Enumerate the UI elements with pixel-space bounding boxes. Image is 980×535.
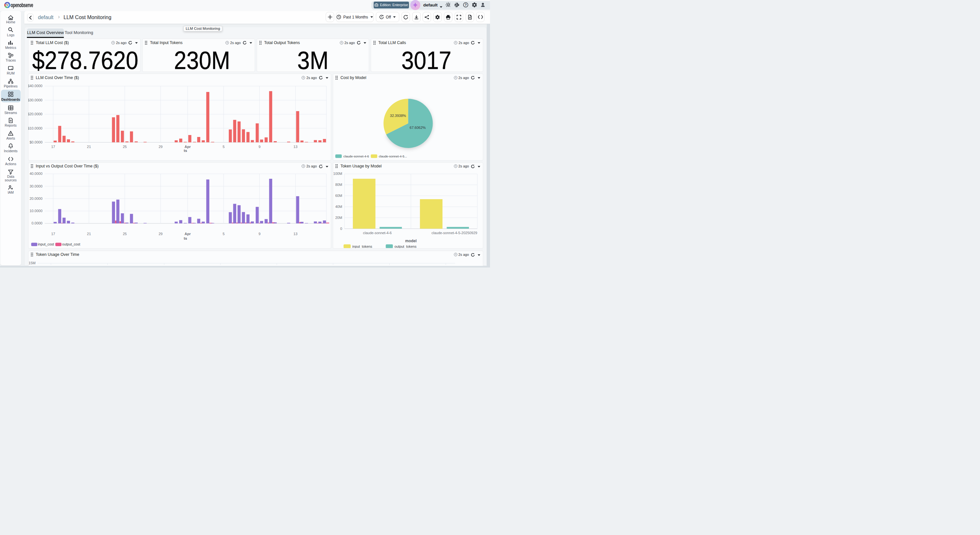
svg-text:80M: 80M: [335, 183, 342, 187]
svg-text:30.0000: 30.0000: [30, 184, 43, 188]
svg-text:$0.0000: $0.0000: [30, 140, 43, 144]
svg-text:67.6062%: 67.6062%: [410, 125, 426, 130]
svg-text:0.0000: 0.0000: [32, 221, 43, 225]
svg-text:40M: 40M: [335, 205, 342, 208]
svg-text:ts: ts: [184, 237, 187, 240]
svg-text:29: 29: [159, 232, 162, 235]
svg-text:claude-sonnet-4-6: claude-sonnet-4-6: [343, 154, 369, 158]
svg-text:Apr: Apr: [185, 145, 191, 149]
svg-text:100M: 100M: [333, 171, 342, 176]
svg-text:32.3938%: 32.3938%: [390, 114, 406, 117]
svg-text:Apr: Apr: [185, 232, 191, 235]
svg-text:$10.0000: $10.0000: [28, 126, 43, 130]
svg-text:15M: 15M: [29, 261, 35, 265]
svg-text:60M: 60M: [335, 194, 342, 198]
svg-text:17: 17: [51, 232, 55, 235]
svg-text:model: model: [405, 239, 417, 243]
svg-text:0: 0: [340, 226, 342, 230]
svg-text:25: 25: [123, 232, 127, 235]
svg-text:output_tokens: output_tokens: [395, 244, 417, 248]
svg-text:input_cost: input_cost: [38, 242, 54, 246]
svg-text:9: 9: [259, 232, 261, 235]
svg-text:$30.0000: $30.0000: [28, 98, 43, 102]
svg-text:input_tokens: input_tokens: [352, 244, 372, 248]
svg-text:$20.0000: $20.0000: [28, 112, 43, 116]
svg-text:ts: ts: [184, 149, 187, 152]
svg-text:claude-sonnet-4-5...: claude-sonnet-4-5...: [379, 154, 407, 158]
svg-text:$40.0000: $40.0000: [28, 84, 43, 88]
svg-text:20M: 20M: [335, 216, 342, 219]
svg-text:20.0000: 20.0000: [30, 197, 43, 200]
svg-text:10.0000: 10.0000: [30, 209, 43, 213]
svg-text:9: 9: [259, 145, 261, 149]
svg-text:21: 21: [87, 232, 91, 235]
svg-text:40.0000: 40.0000: [30, 171, 43, 176]
svg-text:13: 13: [293, 232, 297, 235]
svg-text:output_cost: output_cost: [62, 242, 80, 246]
svg-text:?: ?: [465, 3, 467, 7]
svg-text:claude-sonnet-4-5-20250929: claude-sonnet-4-5-20250929: [431, 231, 477, 235]
svg-text:25: 25: [123, 145, 127, 149]
svg-text:29: 29: [159, 145, 162, 149]
svg-text:13: 13: [293, 145, 297, 149]
svg-text:17: 17: [51, 145, 55, 149]
svg-text:claude-sonnet-4-6: claude-sonnet-4-6: [363, 231, 392, 235]
svg-text:21: 21: [87, 145, 91, 149]
svg-text:5: 5: [223, 145, 224, 149]
svg-text:5: 5: [223, 232, 224, 235]
